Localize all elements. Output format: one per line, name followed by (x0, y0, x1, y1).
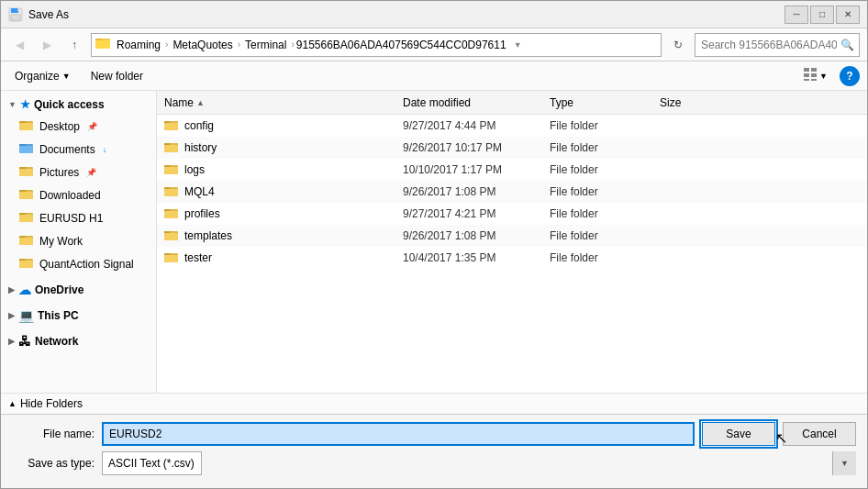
folder-icon-pictures (19, 163, 34, 181)
cancel-button[interactable]: Cancel (783, 422, 856, 446)
table-row[interactable]: templates 9/26/2017 1:08 PM File folder (157, 225, 867, 247)
save-button-label: Save (726, 428, 751, 440)
file-type: File folder (550, 207, 660, 220)
sidebar-section-network: ▶ 🖧 Network (1, 330, 156, 352)
close-button[interactable]: ✕ (836, 6, 860, 24)
file-type: File folder (550, 163, 660, 176)
folder-icon-address (95, 36, 110, 53)
table-row[interactable]: tester 10/4/2017 1:35 PM File folder (157, 247, 867, 269)
file-name-cell: history (164, 139, 403, 157)
file-modified: 9/26/2017 1:08 PM (403, 229, 550, 242)
sidebar-item-desktop[interactable]: Desktop 📌 (1, 115, 156, 138)
file-name: history (184, 141, 217, 154)
maximize-button[interactable]: □ (810, 6, 834, 24)
svg-rect-8 (811, 68, 817, 72)
sidebar-item-quantaction-label: QuantAction Signal (39, 258, 134, 271)
folder-icon-row (164, 117, 179, 135)
crumb-metaquotes[interactable]: MetaQuotes (170, 38, 235, 52)
organize-bar: Organize ▼ New folder ▼ ? (1, 61, 867, 91)
sidebar-quick-access-label: Quick access (34, 98, 105, 111)
column-header-type[interactable]: Type (550, 96, 660, 109)
search-wrapper: 🔍 (695, 33, 860, 57)
svg-rect-42 (164, 167, 178, 174)
file-name-cell: templates (164, 228, 403, 245)
forward-icon: ▶ (43, 39, 51, 51)
file-type: File folder (550, 141, 660, 154)
minimize-button[interactable]: ─ (785, 6, 808, 24)
svg-rect-39 (164, 145, 178, 152)
file-name: config (184, 119, 214, 132)
file-list: Name ▲ Date modified Type Size (157, 91, 867, 393)
table-row[interactable]: logs 10/10/2017 1:17 PM File folder (157, 159, 867, 181)
column-header-modified[interactable]: Date modified (403, 96, 550, 109)
sidebar-item-pictures[interactable]: Pictures 📌 (1, 161, 156, 183)
refresh-button[interactable]: ↻ (667, 34, 689, 56)
sidebar-item-my-work[interactable]: My Work (1, 229, 156, 252)
sidebar-item-documents[interactable]: Documents ↓ (1, 138, 156, 161)
save-button[interactable]: Save ↖ (702, 422, 775, 446)
file-rows-container: config 9/27/2017 4:44 PM File folder his… (157, 115, 867, 269)
search-input[interactable] (695, 33, 860, 57)
hide-folders-row[interactable]: ▲ Hide Folders (1, 393, 867, 414)
new-folder-label: New folder (91, 70, 143, 83)
table-row[interactable]: profiles 9/27/2017 4:21 PM File folder (157, 203, 867, 225)
file-modified: 10/4/2017 1:35 PM (403, 251, 550, 264)
table-row[interactable]: config 9/27/2017 4:44 PM File folder (157, 115, 867, 137)
folder-icon-row (164, 228, 179, 245)
organize-button[interactable]: Organize ▼ (8, 67, 77, 85)
forward-button[interactable]: ▶ (36, 34, 58, 56)
table-row[interactable]: history 9/26/2017 10:17 PM File folder (157, 137, 867, 159)
sidebar-item-quantaction[interactable]: QuantAction Signal (1, 252, 156, 275)
view-icon (803, 67, 818, 84)
sidebar-section-onedrive: ▶ ☁ OneDrive (1, 279, 156, 301)
address-bar[interactable]: Roaming › MetaQuotes › Terminal › 915566… (91, 33, 662, 57)
folder-icon-desktop (19, 117, 34, 135)
sidebar-item-eurusd-h1[interactable]: EURUSD H1 (1, 206, 156, 229)
cancel-button-label: Cancel (802, 428, 836, 440)
crumb-terminal[interactable]: Terminal (242, 38, 289, 52)
svg-rect-12 (811, 79, 817, 81)
sidebar-quick-access-header[interactable]: ▼ ★ Quick access (1, 94, 156, 115)
new-folder-button[interactable]: New folder (84, 67, 150, 85)
up-icon: ↑ (72, 39, 77, 51)
bottom-section: File name: Save ↖ Cancel Save as type: A… (1, 414, 867, 488)
table-row[interactable]: MQL4 9/26/2017 1:08 PM File folder (157, 181, 867, 203)
column-header-size[interactable]: Size (660, 96, 733, 109)
back-button[interactable]: ◀ (8, 34, 30, 56)
computer-icon: 💻 (18, 308, 34, 323)
address-dropdown-icon[interactable]: ▼ (514, 40, 522, 50)
sidebar-thispc-item[interactable]: ▶ 💻 This PC (1, 305, 156, 327)
save-as-type-select[interactable]: ASCII Text (*.csv) (102, 451, 202, 475)
file-modified: 9/27/2017 4:44 PM (403, 119, 550, 132)
sidebar-section-quick-access: ▼ ★ Quick access Desktop 📌 (1, 94, 156, 275)
folder-icon-documents (19, 140, 34, 158)
file-name-cell: config (164, 117, 403, 135)
chevron-hide-folders: ▲ (8, 399, 17, 408)
help-button[interactable]: ? (840, 66, 860, 86)
svg-rect-10 (811, 73, 817, 77)
svg-rect-3 (11, 15, 20, 20)
folder-icon-row (164, 250, 179, 267)
crumb-current: 915566BA06ADA407569C544CC0D97611 (296, 39, 506, 51)
chevron-onedrive: ▶ (8, 285, 15, 295)
file-type: File folder (550, 251, 660, 264)
view-button[interactable]: ▼ (798, 64, 832, 87)
file-type: File folder (550, 229, 660, 242)
crumb-roaming[interactable]: Roaming (114, 38, 163, 52)
svg-rect-2 (17, 8, 19, 11)
pin-icon-documents: ↓ (103, 145, 107, 154)
sidebar-network-item[interactable]: ▶ 🖧 Network (1, 330, 156, 352)
folder-icon-quantaction (19, 255, 34, 272)
onedrive-icon: ☁ (18, 283, 31, 297)
sidebar-item-downloaded[interactable]: Downloaded (1, 183, 156, 206)
up-button[interactable]: ↑ (63, 34, 85, 56)
sidebar-thispc-label: This PC (38, 309, 79, 322)
svg-rect-6 (95, 40, 110, 49)
svg-rect-15 (19, 123, 33, 130)
column-header-name[interactable]: Name ▲ (164, 96, 403, 109)
file-name-input[interactable] (102, 422, 695, 446)
star-icon: ★ (20, 98, 30, 111)
sidebar-item-documents-label: Documents (39, 143, 95, 156)
save-as-type-label: Save as type: (12, 457, 95, 470)
sidebar-onedrive-item[interactable]: ▶ ☁ OneDrive (1, 279, 156, 301)
